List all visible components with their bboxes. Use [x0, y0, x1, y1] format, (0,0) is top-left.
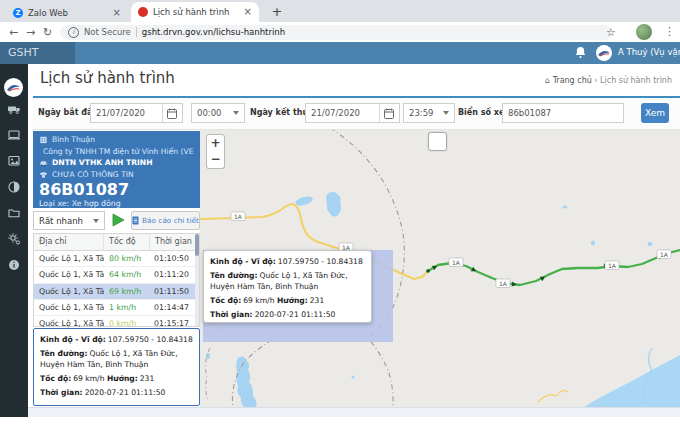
breadcrumb-separator: ›	[594, 76, 597, 85]
info-icon[interactable]	[7, 258, 21, 272]
app-logo[interactable]: GSHT	[0, 42, 75, 64]
zalo-favicon: Z	[13, 8, 23, 18]
svg-text:1A: 1A	[608, 262, 617, 269]
province-label: Bình Thuận	[52, 135, 95, 144]
road-label: Tên đường:	[210, 271, 258, 280]
time-label: Thời gian:	[210, 310, 253, 319]
gear-icon[interactable]	[7, 232, 21, 246]
contrast-icon[interactable]	[7, 180, 21, 194]
road-shield: 1A	[449, 258, 463, 267]
calendar-icon[interactable]	[379, 104, 394, 122]
map[interactable]: 1A 1A 1A 1A 1A 1A Kinh độ - Vĩ độ:107.59…	[200, 130, 680, 407]
view-button[interactable]: Xem	[641, 103, 669, 123]
road-shield: 1A	[657, 250, 671, 259]
tab-lich-su-hanh-trinh[interactable]: Lịch sử hành trình ×	[131, 2, 259, 22]
vehicle-type: Loại xe: Xe hợp đồng	[39, 199, 194, 208]
detail-report-button[interactable]: Báo cáo chi tiết	[131, 211, 200, 230]
address-bar[interactable]: i Not Secure gsht.drvn.gov.vn/lichsu-han…	[60, 25, 612, 40]
tab-zalo-web[interactable]: Z Zalo Web ×	[6, 3, 128, 22]
start-time-select[interactable]: 00:00	[191, 103, 245, 123]
coord-label: Kinh độ - Vĩ độ:	[210, 257, 276, 266]
speed-value: 69 km/h	[73, 374, 104, 383]
map-popup: Kinh độ - Vĩ độ:107.59750 - 10.84318 Tên…	[203, 250, 372, 323]
browser-tabstrip: Z Zalo Web × Lịch sử hành trình × +	[0, 0, 680, 22]
start-date-input[interactable]: 21/07/2020	[90, 103, 183, 123]
gsht-favicon	[138, 7, 148, 17]
user-name[interactable]: A Thuỷ (Vụ vận tải)	[618, 47, 680, 57]
table-scrollbar-thumb[interactable]	[195, 234, 199, 256]
not-secure-icon[interactable]: i	[68, 27, 79, 38]
province-row: Bình Thuận	[39, 134, 194, 146]
phone-info-row: CHƯA CÓ THÔNG TIN	[39, 169, 194, 181]
security-label: Not Secure	[84, 27, 131, 37]
svg-text:1A: 1A	[660, 251, 669, 258]
browser-urlbar: ← → ↻ i Not Secure gsht.drvn.gov.vn/lich…	[0, 22, 680, 42]
table-row[interactable]: Quốc Lộ 1, Xã Tân ... 64 km/h 01:11:20	[34, 267, 199, 283]
cell-time: 01:10:50	[150, 254, 189, 263]
start-date-value: 21/07/2020	[96, 108, 145, 118]
svg-text:1A: 1A	[499, 280, 508, 287]
new-tab-button[interactable]: +	[268, 3, 286, 21]
breadcrumb-home[interactable]: Trang chủ	[553, 76, 592, 85]
table-row[interactable]: Quốc Lộ 1, Xã Tân ... 80 km/h 01:10:50	[34, 251, 199, 267]
cell-speed: 1 km/h	[104, 303, 150, 312]
table-row-selected[interactable]: Quốc Lộ 1, Xã Tân ... 69 km/h 01:11:50	[34, 284, 199, 300]
svg-text:1A: 1A	[234, 213, 243, 220]
reload-icon[interactable]: ↻	[39, 26, 56, 39]
speed-label: Tốc độ:	[210, 296, 241, 305]
cell-speed: 0 km/h	[104, 319, 150, 328]
cell-time: 01:11:20	[150, 270, 189, 279]
page-url: gsht.drvn.gov.vn/lichsu-hanhtrinh	[142, 27, 285, 37]
back-icon[interactable]: ←	[5, 26, 22, 39]
plate-label: Biển số xe	[458, 108, 504, 117]
cell-address: Quốc Lộ 1, Xã Tân ...	[34, 270, 104, 279]
heading-label: Hướng:	[107, 374, 138, 383]
user-avatar[interactable]	[596, 45, 612, 61]
cell-address: Quốc Lộ 1, Xã Tân ...	[34, 287, 104, 296]
map-layers-control[interactable]	[428, 132, 447, 151]
tab-close-icon[interactable]: ×	[113, 8, 121, 18]
browser-menu-icon[interactable]: ⋮	[664, 25, 675, 38]
lake	[236, 356, 256, 407]
notification-bell-icon[interactable]	[574, 46, 587, 59]
end-time-select[interactable]: 23:59	[403, 103, 455, 123]
col-address[interactable]: Địa chỉ	[34, 234, 104, 250]
phone-info-label: CHƯA CÓ THÔNG TIN	[52, 170, 134, 179]
track-table: Địa chỉ Tốc độ Thời gian Quốc Lộ 1, Xã T…	[33, 233, 200, 327]
chevron-down-icon	[233, 111, 239, 115]
monitor-icon[interactable]	[7, 128, 21, 142]
browser-profile-avatar[interactable]	[636, 24, 652, 40]
plate-input[interactable]: 86b01087	[502, 103, 624, 123]
end-time-value: 23:59	[409, 108, 434, 118]
tab-close-icon[interactable]: ×	[244, 7, 252, 17]
col-speed[interactable]: Tốc độ	[104, 234, 150, 250]
speed-label: Tốc độ:	[40, 374, 71, 383]
phone-icon	[39, 170, 48, 179]
pond	[206, 353, 210, 359]
breadcrumb: ⌂ Trang chủ › Lịch sử hành trình	[0, 76, 672, 85]
svg-text:1A: 1A	[452, 259, 461, 266]
home-icon: ⌂	[545, 76, 550, 85]
table-row[interactable]: Quốc Lộ 1, Xã Tân ... 1 km/h 01:14:47	[34, 300, 199, 316]
end-date-value: 21/07/2020	[311, 108, 360, 118]
cell-time: 01:15:17	[150, 319, 189, 328]
calendar-icon[interactable]	[162, 104, 177, 122]
zoom-out-button[interactable]: −	[206, 151, 225, 169]
heading-value: 231	[310, 296, 325, 305]
road-label: Tên đường:	[40, 349, 88, 358]
vehicle-icon[interactable]	[7, 102, 21, 116]
play-button[interactable]	[110, 212, 126, 228]
folder-icon[interactable]	[7, 206, 21, 220]
company-row: Công ty TNHH TM điện tử Vinh Hiển (VECOM…	[39, 146, 194, 158]
plate-value: 86b01087	[508, 108, 551, 118]
operator-row: DNTN VTHK ANH TRINH	[39, 157, 194, 169]
bookmark-star-icon[interactable]: ☆	[606, 26, 616, 39]
playback-speed-select[interactable]: Rất nhanh	[33, 211, 105, 230]
zoom-in-button[interactable]: +	[206, 134, 225, 152]
coord-value: 107.59750 - 10.84318	[108, 335, 193, 344]
col-time[interactable]: Thời gian	[150, 234, 199, 250]
image-icon[interactable]	[7, 154, 21, 168]
forward-icon[interactable]: →	[22, 26, 39, 39]
end-date-input[interactable]: 21/07/2020	[305, 103, 400, 123]
road	[538, 391, 568, 402]
